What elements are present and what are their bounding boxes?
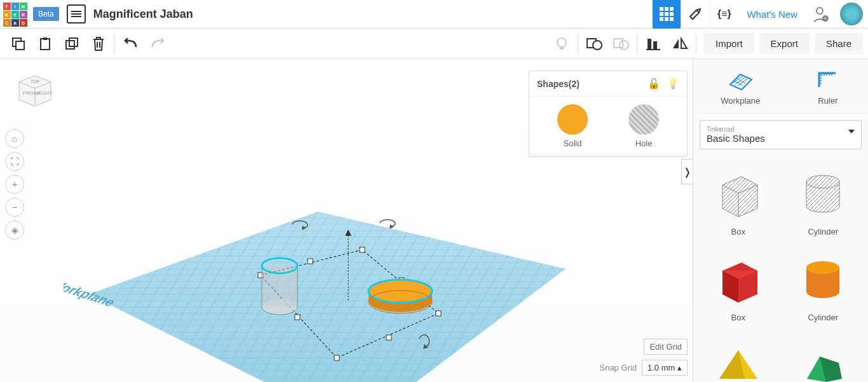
box-hatched-icon [713, 169, 764, 220]
shape-cylinder-hole[interactable]: Cylinder [783, 161, 864, 242]
paste-icon [37, 36, 53, 51]
shape-label: Box [731, 227, 745, 236]
solid-option[interactable]: Solid [537, 104, 608, 148]
ungroup-button[interactable] [607, 31, 634, 57]
home-view-button[interactable]: ⌂ [5, 129, 24, 148]
group-icon [586, 36, 602, 51]
duplicate-button[interactable] [58, 31, 85, 57]
redo-button[interactable] [144, 31, 171, 57]
svg-rect-27 [334, 355, 339, 360]
top-right-group: {≡} What's New + [652, 0, 868, 29]
svg-rect-14 [614, 39, 623, 48]
separator [114, 34, 115, 53]
project-title[interactable]: Magnificent Jaban [93, 8, 193, 21]
zoom-out-button[interactable]: − [5, 198, 24, 217]
hole-swatch-icon [628, 104, 659, 135]
fit-view-button[interactable]: ⛶ [5, 152, 24, 171]
svg-rect-26 [436, 311, 441, 316]
svg-rect-28 [308, 259, 313, 264]
mirror-button[interactable] [667, 31, 693, 57]
view-cube[interactable]: FRONT RIGHT TOP [13, 67, 57, 111]
code-blocks-button[interactable]: {≡} [709, 0, 738, 29]
blocks-view-button[interactable] [681, 0, 709, 29]
paste-button[interactable] [32, 31, 58, 57]
shape-box-hole[interactable]: Box [698, 161, 778, 242]
code-icon: {≡} [716, 6, 731, 22]
bulb-icon[interactable]: 💡 [667, 78, 679, 90]
separator [696, 34, 696, 53]
inspector-title: Shapes(2) [537, 79, 580, 89]
ungroup-icon [613, 36, 629, 51]
shape-category-dropdown[interactable]: Tinkercad Basic Shapes [700, 120, 862, 149]
bricks-view-button[interactable] [652, 0, 681, 29]
inspector-header: Shapes(2) 🔓 💡 [529, 71, 687, 97]
nav-controls: ⌂ ⛶ + − ◈ [5, 129, 24, 240]
svg-rect-17 [653, 41, 657, 49]
cylinder-hatched-icon [797, 169, 848, 220]
user-avatar[interactable] [840, 3, 863, 25]
ruler-label: Ruler [818, 96, 837, 106]
shape-label: Box [731, 313, 745, 322]
edit-grid-button[interactable]: Edit Grid [644, 339, 688, 355]
delete-button[interactable] [85, 31, 112, 57]
viewport[interactable]: FRONT RIGHT TOP ⌂ ⛶ + − ◈ Workplane [0, 59, 693, 382]
hole-option[interactable]: Hole [608, 104, 679, 148]
hole-label: Hole [635, 139, 653, 148]
workplane[interactable]: Workplane [64, 167, 572, 382]
svg-text:+: + [824, 15, 827, 22]
design-notes-icon[interactable] [67, 4, 86, 24]
svg-point-13 [593, 41, 602, 50]
lock-icon[interactable]: 🔓 [648, 78, 660, 90]
copy-button[interactable] [5, 31, 32, 57]
dropdown-category: Tinkercad [707, 126, 855, 133]
align-icon [646, 37, 660, 51]
cylinder-orange-icon [797, 255, 848, 306]
undo-button[interactable] [118, 31, 144, 57]
workplane-label: Workplane [721, 96, 760, 106]
share-button[interactable]: Share [815, 33, 863, 54]
svg-text:RIGHT: RIGHT [37, 90, 53, 96]
shape-cylinder-orange[interactable]: Cylinder [783, 247, 864, 327]
svg-point-1 [817, 8, 823, 14]
shape-pyramid-yellow[interactable] [698, 332, 778, 382]
duplicate-icon [64, 36, 79, 51]
shapes-inspector-panel: Shapes(2) 🔓 💡 Solid Hole [529, 71, 688, 156]
tinkercad-logo[interactable]: TIN KER CAD [0, 0, 31, 29]
svg-rect-8 [66, 41, 74, 49]
solid-label: Solid [564, 139, 582, 148]
svg-rect-9 [69, 38, 78, 46]
shape-label: Cylinder [808, 313, 838, 322]
trash-icon [92, 36, 105, 51]
bulb-icon [554, 36, 569, 51]
solid-swatch-icon [557, 104, 588, 135]
copy-icon [11, 36, 26, 51]
ruler-tool[interactable]: Ruler [815, 67, 841, 106]
export-button[interactable]: Export [759, 33, 810, 54]
shape-prism-green[interactable] [783, 332, 864, 382]
main-toolbar: Import Export Share [0, 29, 868, 59]
separator [578, 34, 578, 53]
top-bar: TIN KER CAD Beta Magnificent Jaban {≡} W… [0, 0, 868, 29]
workplane-icon [728, 68, 753, 91]
ruler-icon [815, 68, 841, 91]
ortho-view-button[interactable]: ◈ [5, 221, 24, 240]
grid-controls: Edit Grid Snap Grid 1.0 mm ▴ [599, 339, 688, 376]
import-button[interactable]: Import [704, 33, 754, 54]
shape-library-grid: Box Cylinder Box Cylinder [693, 156, 868, 382]
collapse-sidebar-handle[interactable]: ❭ [681, 159, 693, 184]
pickaxe-icon [688, 6, 703, 22]
snap-grid-select[interactable]: 1.0 mm ▴ [642, 360, 688, 376]
svg-rect-6 [41, 39, 50, 50]
show-all-button[interactable] [548, 31, 575, 57]
zoom-in-button[interactable]: + [5, 175, 24, 194]
redo-icon [150, 38, 165, 50]
svg-text:{≡}: {≡} [717, 8, 731, 19]
add-user-button[interactable]: + [806, 0, 835, 29]
align-button[interactable] [640, 31, 667, 57]
svg-rect-30 [386, 335, 391, 340]
svg-rect-11 [560, 47, 564, 50]
workplane-tool[interactable]: Workplane [721, 67, 760, 106]
whats-new-link[interactable]: What's New [738, 9, 806, 20]
group-button[interactable] [581, 31, 607, 57]
shape-box-red[interactable]: Box [698, 247, 778, 327]
